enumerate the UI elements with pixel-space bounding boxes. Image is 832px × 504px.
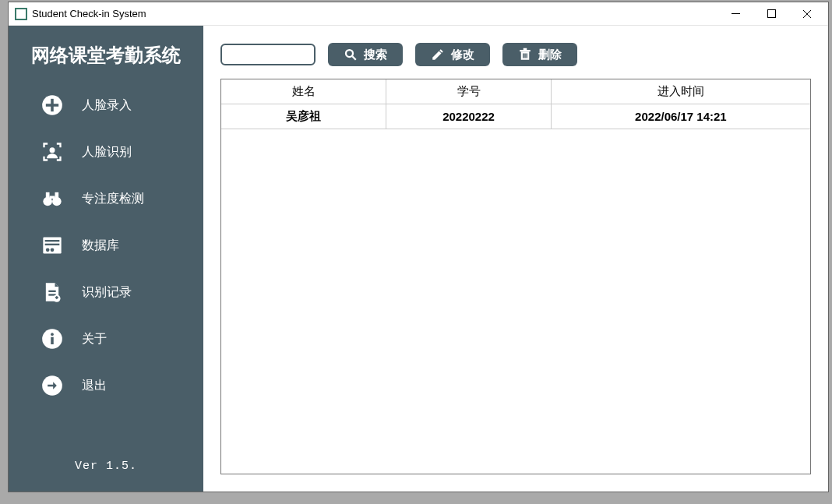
button-label: 修改 [451,48,474,62]
modify-button[interactable]: 修改 [415,43,490,66]
exit-icon [41,375,63,397]
table-row[interactable]: 吴彦祖 20220222 2022/06/17 14:21 [221,104,810,129]
maximize-button[interactable] [753,3,789,25]
nav-label: 关于 [82,331,107,347]
sidebar: 网络课堂考勤系统 人脸录入 人脸识别 [9,26,203,492]
app-icon [15,8,27,20]
svg-rect-15 [45,244,60,245]
svg-point-7 [50,147,55,153]
binoculars-icon [41,188,63,210]
nav-face-recognition[interactable]: 人脸识别 [18,129,194,175]
nav-database[interactable]: 数据库 [18,222,194,269]
nav-attention-detection[interactable]: 专注度检测 [18,175,194,222]
svg-rect-29 [524,48,527,50]
search-input[interactable] [220,44,316,65]
svg-rect-1 [767,10,775,18]
nav-records[interactable]: 识别记录 [18,269,194,315]
button-label: 删除 [538,48,562,62]
nav-label: 数据库 [82,238,119,254]
nav-label: 专注度检测 [82,191,144,207]
window-title: Student Check-in System [32,8,717,19]
search-button[interactable]: 搜索 [328,43,403,66]
cell-time: 2022/06/17 14:21 [551,104,810,129]
svg-rect-30 [523,54,524,58]
cell-name: 吴彦祖 [221,104,386,129]
svg-rect-22 [51,337,54,344]
nav-label: 识别记录 [82,284,132,301]
delete-button[interactable]: 删除 [502,43,577,66]
svg-rect-10 [46,192,50,198]
records-table-container: 姓名 学号 进入时间 吴彦祖 20220222 2022/06/17 14:21 [220,79,811,474]
database-icon [41,234,63,256]
nav-label: 人脸识别 [82,144,132,160]
app-window: Student Check-in System 网络课堂考勤系统 人脸录入 [8,2,829,492]
titlebar: Student Check-in System [9,2,828,26]
nav: 人脸录入 人脸识别 专注度检测 [9,82,203,409]
trash-icon [518,48,532,62]
svg-rect-14 [45,240,60,241]
nav-exit[interactable]: 退出 [18,362,194,409]
document-icon [41,281,63,303]
search-icon [344,48,358,62]
window-controls [717,3,825,25]
svg-rect-28 [520,50,531,51]
app-title: 网络课堂考勤系统 [9,32,203,82]
info-circle-icon [41,328,63,350]
nav-label: 退出 [82,378,107,394]
svg-rect-11 [55,192,59,198]
nav-face-enroll[interactable]: 人脸录入 [18,82,194,129]
edit-icon [431,48,445,62]
svg-point-16 [46,248,50,252]
plus-circle-icon [41,94,63,116]
svg-rect-12 [50,196,55,199]
toolbar: 搜索 修改 删除 [220,43,811,66]
svg-rect-6 [51,99,54,111]
minimize-button[interactable] [717,3,753,25]
main-panel: 搜索 修改 删除 [203,26,828,492]
cell-id: 20220222 [386,104,552,129]
col-time: 进入时间 [551,79,810,104]
svg-line-26 [352,56,356,60]
col-name: 姓名 [221,79,386,104]
col-id: 学号 [386,79,552,104]
version-label: Ver 1.5. [9,441,203,492]
svg-rect-32 [527,54,528,58]
client-area: 网络课堂考勤系统 人脸录入 人脸识别 [9,26,828,492]
svg-point-23 [51,333,54,336]
svg-rect-31 [524,54,526,58]
table-header-row: 姓名 学号 进入时间 [221,79,810,104]
nav-about[interactable]: 关于 [18,315,194,362]
nav-label: 人脸录入 [82,97,132,114]
face-scan-icon [41,141,63,163]
svg-point-17 [51,248,55,252]
close-button[interactable] [789,3,825,25]
records-table: 姓名 学号 进入时间 吴彦祖 20220222 2022/06/17 14:21 [221,79,810,129]
svg-rect-18 [48,291,55,292]
button-label: 搜索 [364,48,387,62]
svg-point-25 [346,50,353,57]
